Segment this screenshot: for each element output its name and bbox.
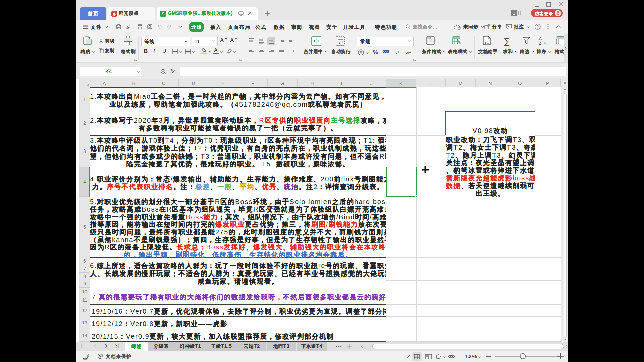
svg-text:A: A: [539, 36, 542, 41]
svg-text:S: S: [162, 11, 165, 16]
svg-text:Z: Z: [539, 41, 541, 45]
svg-text:¥: ¥: [360, 50, 362, 54]
svg-text:?: ?: [537, 25, 539, 29]
